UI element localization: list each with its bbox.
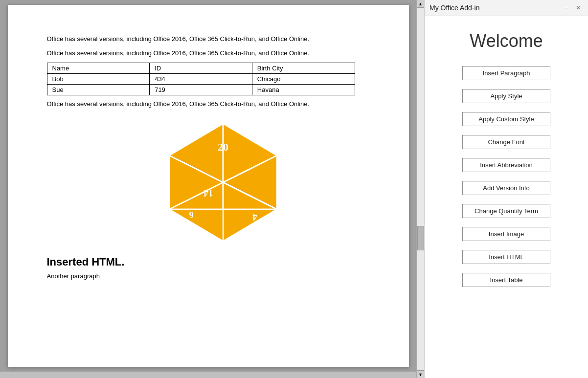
add-version-info-button[interactable]: Add Version Info bbox=[462, 181, 550, 195]
change-quantity-term-button[interactable]: Change Quantity Term bbox=[462, 204, 550, 218]
table-header-id: ID bbox=[150, 63, 252, 73]
table-row: Sue 719 Havana bbox=[47, 84, 355, 95]
dice-image: 20 14 6 4 bbox=[76, 119, 370, 246]
panel-content: Welcome Insert Paragraph Apply Style App… bbox=[425, 16, 588, 378]
svg-text:6: 6 bbox=[189, 210, 193, 220]
close-button[interactable]: ✕ bbox=[573, 3, 583, 13]
table-cell-id-1: 434 bbox=[150, 73, 252, 84]
d20-svg: 20 14 6 4 bbox=[159, 119, 287, 246]
another-paragraph: Another paragraph bbox=[47, 272, 370, 280]
panel-titlebar: My Office Add-in – ✕ bbox=[425, 0, 588, 16]
table-cell-name-1: Bob bbox=[47, 73, 150, 84]
panel-controls: – ✕ bbox=[562, 3, 583, 13]
insert-html-button[interactable]: Insert HTML bbox=[462, 250, 550, 264]
doc-background: Office has several versions, including O… bbox=[0, 0, 416, 372]
data-table: Name ID Birth City Bob 434 Chicago Sue 7… bbox=[47, 63, 355, 95]
scroll-up-arrow[interactable]: ▲ bbox=[417, 0, 425, 8]
apply-style-button[interactable]: Apply Style bbox=[462, 89, 550, 103]
scroll-thumb[interactable] bbox=[417, 226, 424, 250]
paragraph-3: Office has several versions, including O… bbox=[47, 99, 370, 110]
welcome-heading: Welcome bbox=[470, 31, 543, 51]
svg-text:4: 4 bbox=[252, 212, 257, 222]
inserted-html-text: Inserted HTML. bbox=[47, 256, 370, 268]
table-header-city: Birth City bbox=[252, 63, 355, 73]
panel-title: My Office Add-in bbox=[430, 4, 479, 12]
insert-abbreviation-button[interactable]: Insert Abbreviation bbox=[462, 158, 550, 172]
paragraph-2: Office has several versions, including O… bbox=[47, 48, 370, 59]
table-row: Bob 434 Chicago bbox=[47, 73, 355, 84]
table-cell-id-2: 719 bbox=[150, 84, 252, 95]
table-header-row: Name ID Birth City bbox=[47, 63, 355, 73]
svg-text:20: 20 bbox=[218, 141, 228, 153]
table-header-name: Name bbox=[47, 63, 150, 73]
svg-text:14: 14 bbox=[204, 188, 213, 199]
insert-paragraph-button[interactable]: Insert Paragraph bbox=[462, 66, 550, 80]
apply-custom-style-button[interactable]: Apply Custom Style bbox=[462, 112, 550, 126]
insert-table-button[interactable]: Insert Table bbox=[462, 273, 550, 287]
paragraph-1: Office has several versions, including O… bbox=[47, 34, 370, 44]
doc-scroll-area: Office has several versions, including O… bbox=[0, 0, 416, 378]
doc-page: Office has several versions, including O… bbox=[8, 5, 409, 367]
scroll-down-arrow[interactable]: ▼ bbox=[417, 370, 425, 378]
insert-image-button[interactable]: Insert Image bbox=[462, 227, 550, 241]
minimize-button[interactable]: – bbox=[562, 3, 571, 13]
change-font-button[interactable]: Change Font bbox=[462, 135, 550, 149]
document-area: Office has several versions, including O… bbox=[0, 0, 424, 378]
office-addin-panel: My Office Add-in – ✕ Welcome Insert Para… bbox=[424, 0, 588, 378]
vertical-scrollbar[interactable]: ▲ ▼ bbox=[416, 0, 424, 378]
table-cell-city-2: Havana bbox=[252, 84, 355, 95]
table-cell-city-1: Chicago bbox=[252, 73, 355, 84]
table-cell-name-2: Sue bbox=[47, 84, 150, 95]
